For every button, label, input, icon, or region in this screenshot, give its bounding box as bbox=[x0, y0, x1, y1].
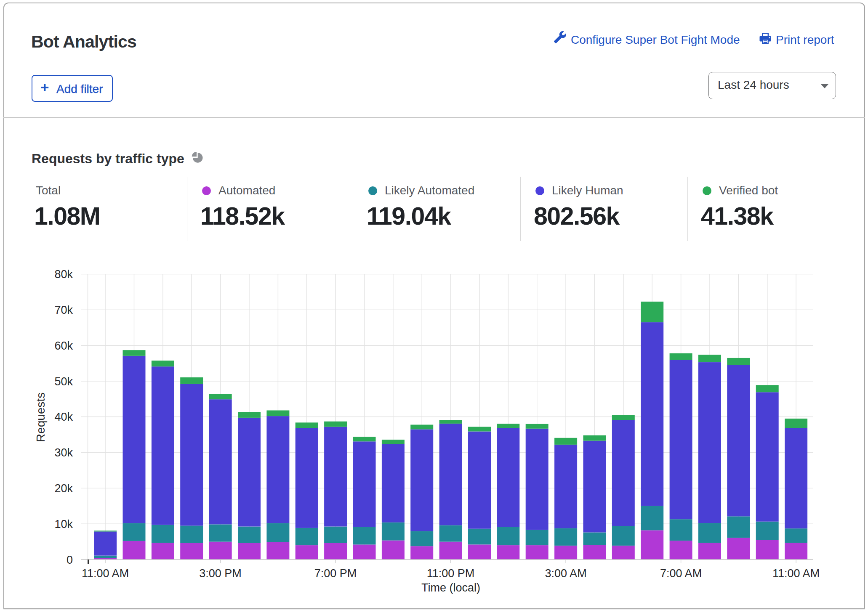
svg-text:10k: 10k bbox=[54, 518, 73, 530]
svg-text:50k: 50k bbox=[54, 375, 73, 388]
svg-text:60k: 60k bbox=[54, 339, 73, 352]
svg-text:3:00 PM: 3:00 PM bbox=[199, 567, 242, 580]
svg-text:3:00 AM: 3:00 AM bbox=[545, 567, 587, 580]
svg-text:7:00 PM: 7:00 PM bbox=[314, 567, 357, 580]
svg-text:7:00 AM: 7:00 AM bbox=[660, 567, 702, 580]
svg-text:11:00 PM: 11:00 PM bbox=[427, 567, 475, 580]
svg-text:Requests: Requests bbox=[34, 393, 47, 442]
svg-text:70k: 70k bbox=[54, 304, 73, 316]
svg-text:Time (local): Time (local) bbox=[421, 581, 480, 594]
svg-text:40k: 40k bbox=[54, 411, 73, 423]
svg-text:11:00 AM: 11:00 AM bbox=[772, 567, 820, 580]
svg-text:0: 0 bbox=[67, 554, 73, 566]
svg-text:20k: 20k bbox=[54, 482, 73, 495]
svg-text:80k: 80k bbox=[54, 268, 73, 281]
svg-text:30k: 30k bbox=[54, 446, 73, 459]
svg-text:11:00 AM: 11:00 AM bbox=[82, 567, 129, 580]
